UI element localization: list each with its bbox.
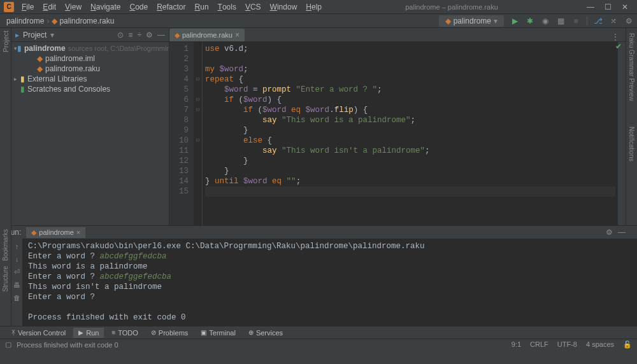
menu-edit[interactable]: Edit [39, 1, 60, 13]
run-tool-button[interactable]: ▶Run [73, 328, 104, 338]
wrap-icon[interactable]: ⏎ [14, 268, 20, 276]
window-title: palindrome – palindrome.raku [326, 3, 578, 11]
code-line[interactable]: } [205, 166, 615, 176]
trash-icon[interactable]: 🗑 [13, 294, 20, 302]
tree-external-libs[interactable]: ▸▮ External Libraries [11, 74, 169, 84]
check-icon: ✔ [615, 42, 622, 51]
code-line[interactable]: } [205, 156, 615, 166]
menu-code[interactable]: Code [125, 1, 152, 13]
run-console[interactable]: C:\Programs\rakudo\bin\perl6.exe C:\Data… [23, 239, 637, 326]
line-separator[interactable]: CRLF [530, 340, 548, 349]
print-icon[interactable]: 🖶 [13, 281, 20, 289]
code-line[interactable]: $word = prompt "Enter a word ? "; [205, 85, 615, 95]
code-line[interactable]: if ($word eq $word.flip) { [205, 105, 615, 115]
menu-tools[interactable]: Tools [214, 1, 240, 13]
code-line[interactable]: else { [205, 136, 615, 146]
run-config-selector[interactable]: ◆ palindrome ▾ [439, 15, 504, 27]
fold-gutter: ⊟⊟⊟⊟ [194, 42, 203, 225]
file-encoding[interactable]: UTF-8 [557, 340, 577, 349]
indent-setting[interactable]: 4 spaces [586, 340, 614, 349]
title-bar: C FileEditViewNavigateCodeRefactorRunToo… [0, 0, 637, 14]
code-line[interactable]: } until $word eq ""; [205, 176, 615, 186]
caret-position[interactable]: 9:1 [512, 340, 521, 349]
tree-file-iml[interactable]: ◆palindrome.iml [11, 53, 169, 64]
close-tab-icon[interactable]: × [235, 31, 240, 39]
problems-button[interactable]: ⊘Problems [146, 328, 193, 338]
menu-help[interactable]: Help [302, 1, 326, 13]
code-line[interactable]: say "This word isn't a palindrome"; [205, 146, 615, 156]
project-panel-title: Project [23, 31, 47, 39]
project-panel: ▸ Project ▾ ⊙ ≡ ÷ ⚙ — ▾▮ palindromesourc… [11, 28, 169, 225]
code-line[interactable]: repeat { [205, 74, 615, 85]
run-button[interactable]: ▶ [510, 17, 519, 25]
coverage-button[interactable]: ◉ [541, 17, 550, 25]
run-actions-right: ↑ ↓ ⏎ 🖶 🗑 [11, 239, 23, 326]
editor-tab-menu[interactable]: ⋮ [605, 32, 626, 41]
close-button[interactable]: ✕ [622, 3, 628, 11]
version-control-button[interactable]: ᛡVersion Control [6, 328, 71, 338]
collapse-all-icon[interactable]: ÷ [137, 31, 141, 39]
status-tray-icon[interactable]: ▢ [5, 340, 11, 349]
code-line[interactable]: my $word; [205, 64, 615, 74]
code-line[interactable]: if ($word) { [205, 95, 615, 105]
readonly-icon[interactable]: 🔓 [623, 340, 632, 349]
terminal-button[interactable]: ▣Terminal [196, 328, 241, 338]
code-line[interactable] [205, 54, 615, 64]
close-run-tab-icon[interactable]: × [76, 228, 80, 236]
code-editor[interactable]: use v6.d;my $word;repeat { $word = promp… [203, 42, 618, 225]
up-icon[interactable]: ↑ [15, 242, 19, 250]
stop-button[interactable]: ■ [571, 17, 580, 25]
breadcrumb-file[interactable]: ◆palindrome.raku [49, 16, 117, 26]
menu-run[interactable]: Run [191, 1, 213, 13]
run-settings-icon[interactable]: ⚙ [606, 228, 613, 237]
menu-vcs[interactable]: VCS [241, 1, 265, 13]
console-line: Process finished with exit code 0 [28, 312, 632, 323]
run-hide-icon[interactable]: — [618, 228, 626, 237]
console-line: C:\Programs\rakudo\bin\perl6.exe C:\Data… [28, 241, 632, 251]
console-line: Enter a word ? abcdefggefedcba [28, 272, 632, 282]
hide-icon[interactable]: — [157, 31, 165, 39]
window-controls: — ☐ ✕ [578, 3, 637, 11]
todo-button[interactable]: ≡TODO [106, 328, 143, 338]
code-line[interactable]: } [205, 125, 615, 136]
minimize-button[interactable]: — [587, 3, 594, 11]
left-tool-strip: Project [0, 28, 11, 225]
menu-bar: FileEditViewNavigateCodeRefactorRunTools… [18, 1, 326, 13]
status-message: Process finished with exit code 0 [17, 341, 118, 349]
tree-scratches[interactable]: ▮ Scratches and Consoles [11, 84, 169, 94]
menu-window[interactable]: Window [266, 1, 301, 13]
menu-navigate[interactable]: Navigate [87, 1, 124, 13]
profile-button[interactable]: ▦ [556, 17, 565, 25]
code-line[interactable]: say "This word is a palindrome"; [205, 115, 615, 125]
structure-button[interactable]: Structure [2, 266, 9, 292]
code-line[interactable] [205, 186, 615, 197]
console-line [28, 302, 632, 312]
breadcrumb-root[interactable]: palindrome [4, 16, 47, 26]
gear-icon[interactable]: ⚙ [146, 31, 153, 39]
bookmarks-button[interactable]: Bookmarks [2, 229, 9, 261]
notifications-button[interactable]: Notifications [628, 127, 635, 161]
menu-file[interactable]: File [18, 1, 38, 13]
editor-scroll-map[interactable] [618, 42, 626, 225]
console-line: This word is a palindrome [28, 262, 632, 272]
services-button[interactable]: ⊕Services [243, 328, 288, 338]
maximize-button[interactable]: ☐ [605, 3, 612, 11]
expand-all-icon[interactable]: ≡ [128, 31, 132, 39]
vcs-button[interactable]: ⎇ [594, 17, 603, 25]
bottom-tool-bar: ᛡVersion Control ▶Run ≡TODO ⊘Problems ▣T… [0, 326, 637, 339]
code-line[interactable]: use v6.d; [205, 44, 615, 54]
tree-root[interactable]: ▾▮ palindromesources root, C:\Data\Progr… [11, 43, 169, 53]
search-button[interactable]: ⤯ [609, 17, 618, 25]
console-line: Enter a word ? abcdefggfedcba [28, 251, 632, 262]
grammar-preview-button[interactable]: Raku Grammar Preview [628, 33, 635, 101]
debug-button[interactable]: ✱ [526, 17, 534, 25]
down-icon[interactable]: ↓ [15, 255, 19, 263]
project-tool-button[interactable]: Project [2, 31, 10, 52]
select-opened-icon[interactable]: ⊙ [117, 31, 124, 39]
editor-tab[interactable]: ◆ palindrome.raku × [169, 29, 245, 41]
menu-refactor[interactable]: Refactor [153, 1, 189, 13]
settings-icon[interactable]: ⚙ [624, 17, 633, 25]
tree-file-raku[interactable]: ◆palindrome.raku [11, 64, 169, 74]
run-config-tab[interactable]: ◆ palindrome × [26, 227, 85, 238]
menu-view[interactable]: View [61, 1, 85, 13]
